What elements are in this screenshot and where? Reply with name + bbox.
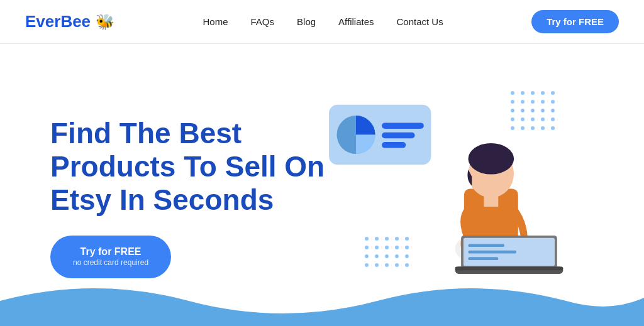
svg-rect-10: [484, 195, 498, 207]
svg-rect-3: [382, 132, 415, 138]
logo-text: EverBee: [25, 12, 91, 31]
nav-link-faqs[interactable]: FAQs: [251, 16, 275, 27]
navbar: EverBee 🐝 Home FAQs Blog Affiliates Cont…: [0, 0, 644, 44]
nav-link-affiliates[interactable]: Affiliates: [338, 16, 374, 27]
hero-heading-line2: Products To Sell On: [50, 150, 325, 183]
nav-item-contact[interactable]: Contact Us: [397, 16, 443, 28]
hero-content: Find The Best Products To Sell On Etsy I…: [50, 117, 352, 278]
svg-rect-18: [455, 266, 564, 270]
hero-heading: Find The Best Products To Sell On Etsy I…: [50, 117, 352, 217]
hero-section: Find The Best Products To Sell On Etsy I…: [0, 44, 644, 326]
svg-rect-15: [469, 244, 504, 247]
svg-point-9: [469, 143, 514, 174]
nav-link-contact[interactable]: Contact Us: [397, 16, 443, 27]
logo-bee-icon: 🐝: [96, 13, 114, 31]
nav-item-home[interactable]: Home: [203, 16, 228, 28]
svg-rect-17: [469, 257, 499, 260]
nav-cta-button[interactable]: Try for FREE: [531, 10, 619, 33]
svg-rect-4: [382, 142, 406, 148]
svg-rect-16: [469, 250, 516, 253]
hero-cta-button[interactable]: Try for FREE no credit card required: [50, 236, 171, 278]
hero-cta-main-text: Try for FREE: [80, 246, 142, 257]
nav-item-blog[interactable]: Blog: [297, 16, 316, 28]
svg-rect-2: [382, 122, 424, 129]
nav-links: Home FAQs Blog Affiliates Contact Us: [203, 16, 443, 28]
hero-wave: [0, 276, 644, 326]
logo: EverBee 🐝: [25, 12, 114, 31]
hero-heading-line3: Etsy In Seconds: [50, 183, 274, 216]
hero-heading-line1: Find The Best: [50, 117, 242, 149]
nav-link-home[interactable]: Home: [203, 16, 228, 27]
nav-item-faqs[interactable]: FAQs: [251, 16, 275, 28]
hero-cta-sub-text: no credit card required: [73, 258, 148, 268]
nav-item-affiliates[interactable]: Affiliates: [338, 16, 374, 28]
nav-link-blog[interactable]: Blog: [297, 16, 316, 27]
